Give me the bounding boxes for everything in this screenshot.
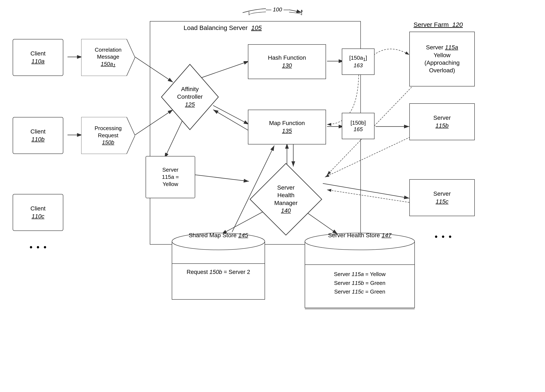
client-110a-label: Client110a xyxy=(30,50,46,65)
server-farm-label: Server Farm 120 xyxy=(414,21,463,28)
bracket-150a1: [150a1]163 xyxy=(342,49,375,75)
left-dots: • • • xyxy=(30,243,47,252)
server-115b: Server115b xyxy=(409,103,475,140)
diagram-title: — 100 — xyxy=(266,6,289,13)
server-health-store-label: Server Health Store 147 xyxy=(304,232,416,239)
hash-function-text: Hash Function130 xyxy=(268,54,306,69)
correlation-message-text: CorrelationMessage150a1 xyxy=(95,46,122,69)
shared-map-store-label: Shared Map Store 145 xyxy=(171,232,266,239)
server-115c-text: Server115c xyxy=(434,190,451,205)
hash-function: Hash Function130 xyxy=(248,44,326,79)
server-115b-text: Server115b xyxy=(434,114,451,129)
server-health-store: Server Health Store 147 Server 115a = Ye… xyxy=(304,230,416,310)
svg-marker-4 xyxy=(301,10,303,12)
server-115a: Server 115aYellow(ApproachingOverload) xyxy=(409,32,475,86)
client-110c: Client110c xyxy=(13,194,63,231)
affinity-controller-text: AffinityController125 xyxy=(177,86,203,108)
map-function-text: Map Function135 xyxy=(269,119,305,135)
server-health-store-content: Server 115a = Yellow Server 115b = Green… xyxy=(304,270,416,296)
right-dots: • • • xyxy=(435,232,452,241)
server-health-manager-text: ServerHealthManager140 xyxy=(274,184,298,215)
server-health-manager: ServerHealthManager140 xyxy=(249,162,323,236)
shared-map-store-content: Request 150b = Server 2 xyxy=(171,269,266,276)
shared-map-store: Shared Map Store 145 Request 150b = Serv… xyxy=(171,230,266,301)
affinity-controller: AffinityController125 xyxy=(160,63,219,131)
notification-yellow: Server115a =Yellow xyxy=(146,156,195,198)
client-110a: Client110a xyxy=(13,39,63,76)
notification-yellow-text: Server115a =Yellow xyxy=(162,166,179,188)
bracket-150b: [150b]165 xyxy=(342,113,375,139)
client-110b: Client110b xyxy=(13,117,63,154)
processing-request-text: ProcessingRequest150b xyxy=(94,125,122,146)
bracket-150b-text: [150b]165 xyxy=(350,120,366,133)
bracket-150a1-text: [150a1]163 xyxy=(349,55,367,69)
diagram: — 100 — Load Balancing Server 105 Server… xyxy=(0,0,545,392)
lbs-label: Load Balancing Server 105 xyxy=(184,24,262,31)
correlation-message: CorrelationMessage150a1 xyxy=(81,39,135,76)
server-115a-text: Server 115aYellow(ApproachingOverload) xyxy=(425,44,460,74)
client-110c-label: Client110c xyxy=(30,205,46,220)
processing-request: ProcessingRequest150b xyxy=(81,117,135,154)
map-function: Map Function135 xyxy=(248,110,326,144)
server-115c: Server115c xyxy=(409,179,475,216)
client-110b-label: Client110b xyxy=(30,128,46,143)
